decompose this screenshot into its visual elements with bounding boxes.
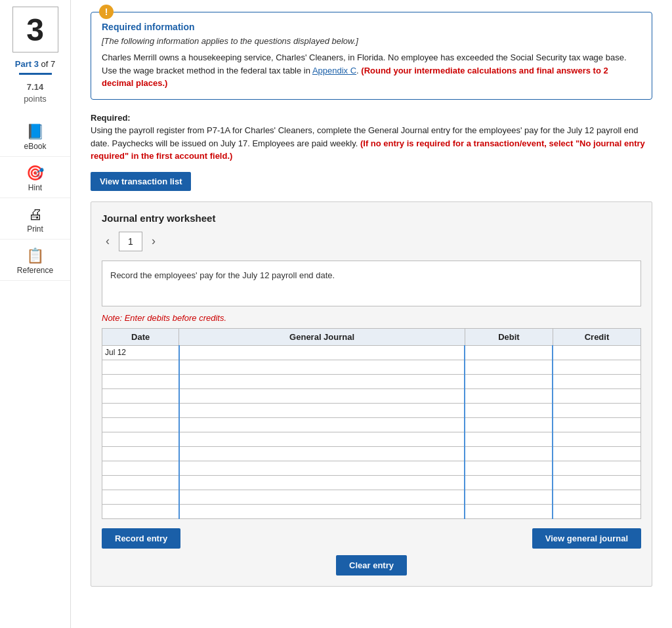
debit-input-3[interactable] — [465, 389, 552, 403]
next-page-button[interactable]: › — [148, 233, 159, 249]
journal-input-2[interactable] — [180, 375, 465, 388]
table-row-journal-6[interactable] — [179, 432, 465, 446]
table-row-journal-7[interactable] — [179, 446, 465, 461]
credit-input-1[interactable] — [553, 360, 640, 374]
table-row-debit-3[interactable] — [465, 388, 553, 403]
credit-input-3[interactable] — [553, 389, 640, 403]
table-row-journal-2[interactable] — [179, 374, 465, 388]
debit-input-4[interactable] — [465, 404, 552, 417]
table-row-journal-11[interactable] — [179, 504, 465, 518]
table-row-credit-9[interactable] — [553, 475, 640, 490]
table-row-debit-0[interactable] — [465, 345, 553, 360]
sidebar-item-reference[interactable]: 📋 Reference — [0, 242, 70, 281]
journal-input-7[interactable] — [180, 447, 465, 461]
credit-input-6[interactable] — [553, 432, 640, 446]
sidebar-item-print[interactable]: 🖨 Print — [0, 201, 70, 240]
table-row-credit-10[interactable] — [553, 490, 640, 504]
debit-input-2[interactable] — [465, 375, 552, 388]
table-row-journal-9[interactable] — [179, 475, 465, 490]
table-row-journal-5[interactable] — [179, 417, 465, 432]
table-row-debit-1[interactable] — [465, 360, 553, 374]
journal-input-10[interactable] — [180, 490, 465, 504]
table-row-date-2 — [102, 374, 179, 388]
journal-input-8[interactable] — [180, 461, 465, 475]
table-row-credit-1[interactable] — [553, 360, 640, 374]
credit-input-5[interactable] — [553, 418, 640, 432]
credit-input-0[interactable] — [553, 346, 640, 360]
table-row-date-11 — [102, 504, 179, 518]
table-row-journal-1[interactable] — [179, 360, 465, 374]
table-row-journal-4[interactable] — [179, 403, 465, 417]
header-date: Date — [102, 328, 179, 345]
table-row-debit-11[interactable] — [465, 504, 553, 518]
table-row-debit-2[interactable] — [465, 374, 553, 388]
credit-input-11[interactable] — [553, 505, 640, 518]
record-entry-button[interactable]: Record entry — [102, 528, 180, 549]
credit-input-2[interactable] — [553, 375, 640, 388]
table-row-credit-3[interactable] — [553, 388, 640, 403]
table-row-journal-0[interactable] — [179, 345, 465, 360]
credit-input-9[interactable] — [553, 476, 640, 490]
view-transaction-button[interactable]: View transaction list — [91, 172, 191, 191]
table-row-debit-8[interactable] — [465, 461, 553, 475]
main-content: ! Required information [The following in… — [71, 0, 672, 628]
table-row-debit-5[interactable] — [465, 417, 553, 432]
header-credit: Credit — [553, 328, 640, 345]
sidebar-item-ebook[interactable]: 📘 eBook — [0, 118, 70, 157]
credit-input-10[interactable] — [553, 490, 640, 504]
info-body: Charles Merrill owns a housekeeping serv… — [102, 51, 641, 90]
table-row-credit-0[interactable] — [553, 345, 640, 360]
debit-input-9[interactable] — [465, 476, 552, 490]
credit-input-7[interactable] — [553, 447, 640, 461]
table-row-credit-6[interactable] — [553, 432, 640, 446]
journal-input-3[interactable] — [180, 389, 465, 403]
debit-input-1[interactable] — [465, 360, 552, 374]
journal-input-9[interactable] — [180, 476, 465, 490]
debit-input-7[interactable] — [465, 447, 552, 461]
sidebar-item-hint[interactable]: 🎯 Hint — [0, 159, 70, 198]
table-row-date-1 — [102, 360, 179, 374]
table-row-journal-10[interactable] — [179, 490, 465, 504]
debit-input-10[interactable] — [465, 490, 552, 504]
table-row-credit-4[interactable] — [553, 403, 640, 417]
debit-input-8[interactable] — [465, 461, 552, 475]
table-row-credit-5[interactable] — [553, 417, 640, 432]
table-row-date-5 — [102, 417, 179, 432]
credit-input-4[interactable] — [553, 404, 640, 417]
prev-page-button[interactable]: ‹ — [102, 233, 114, 249]
journal-input-5[interactable] — [180, 418, 465, 432]
clear-entry-button[interactable]: Clear entry — [336, 555, 407, 576]
journal-input-1[interactable] — [180, 360, 465, 374]
table-row-credit-11[interactable] — [553, 504, 640, 518]
table-row-credit-2[interactable] — [553, 374, 640, 388]
appendix-link[interactable]: Appendix C — [312, 66, 356, 75]
table-row-journal-3[interactable] — [179, 388, 465, 403]
journal-input-11[interactable] — [180, 505, 465, 518]
debit-input-5[interactable] — [465, 418, 552, 432]
credit-input-8[interactable] — [553, 461, 640, 475]
debit-input-6[interactable] — [465, 432, 552, 446]
table-row-credit-8[interactable] — [553, 461, 640, 475]
part-label: Part 3 of 7 — [15, 59, 55, 69]
sidebar: 3 Part 3 of 7 7.14 points 📘 eBook 🎯 Hint… — [0, 0, 71, 628]
page-number: 1 — [119, 232, 142, 251]
debit-input-0[interactable] — [465, 346, 552, 360]
table-row-debit-9[interactable] — [465, 475, 553, 490]
header-debit: Debit — [465, 328, 553, 345]
table-row-debit-7[interactable] — [465, 446, 553, 461]
debit-input-11[interactable] — [465, 505, 552, 518]
table-row-debit-6[interactable] — [465, 432, 553, 446]
header-journal: General Journal — [179, 328, 465, 345]
journal-input-4[interactable] — [180, 404, 465, 417]
table-row-journal-8[interactable] — [179, 461, 465, 475]
note-text: Note: Enter debits before credits. — [102, 313, 641, 323]
journal-input-0[interactable] — [180, 346, 465, 360]
ebook-label: eBook — [24, 142, 46, 151]
hint-icon: 🎯 — [26, 165, 44, 182]
journal-input-6[interactable] — [180, 432, 465, 446]
table-row-debit-4[interactable] — [465, 403, 553, 417]
table-row-credit-7[interactable] — [553, 446, 640, 461]
view-general-journal-button[interactable]: View general journal — [532, 528, 641, 549]
table-row-debit-10[interactable] — [465, 490, 553, 504]
reference-icon: 📋 — [26, 247, 44, 264]
